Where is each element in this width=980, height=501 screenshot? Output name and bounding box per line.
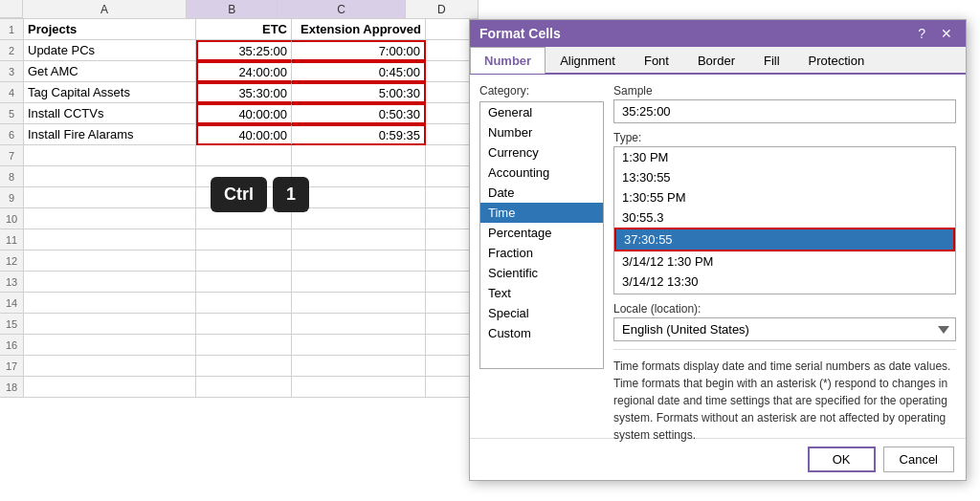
category-item-general[interactable]: General <box>480 102 603 122</box>
format-cells-dialog: Format Cells ? ✕ NumberAlignmentFontBord… <box>469 19 967 481</box>
cell-b[interactable] <box>196 250 292 272</box>
cell-b[interactable] <box>196 272 292 293</box>
category-item-special[interactable]: Special <box>480 303 603 323</box>
cell-1b[interactable]: ETC <box>196 19 292 40</box>
tab-protection[interactable]: Protection <box>794 47 880 74</box>
category-item-currency[interactable]: Currency <box>480 142 603 163</box>
type-item[interactable]: 30:55.3 <box>614 207 955 228</box>
tab-alignment[interactable]: Alignment <box>546 47 630 74</box>
cell-b[interactable] <box>196 145 292 166</box>
cell-b[interactable]: 24:00:00 <box>196 61 292 82</box>
type-item[interactable]: 37:30:55 <box>614 228 955 251</box>
cell-c[interactable] <box>292 187 426 208</box>
category-list[interactable]: GeneralNumberCurrencyAccountingDateTimeP… <box>479 101 604 369</box>
category-item-number[interactable]: Number <box>480 122 603 142</box>
type-item[interactable]: 13:30:55 <box>614 167 955 187</box>
cell-c[interactable]: 7:00:00 <box>292 40 426 61</box>
cell-c[interactable] <box>292 166 426 187</box>
category-item-time[interactable]: Time <box>480 203 603 223</box>
tab-fill[interactable]: Fill <box>749 47 794 74</box>
cell-a[interactable]: Install CCTVs <box>24 103 196 124</box>
cell-b[interactable]: 35:25:00 <box>196 40 292 61</box>
cell-a[interactable] <box>24 377 196 398</box>
col-header-b: B <box>187 0 278 18</box>
cell-c[interactable]: 0:59:35 <box>292 124 426 145</box>
locale-select[interactable]: English (United States) <box>613 317 956 341</box>
cell-c[interactable]: 0:45:00 <box>292 61 426 82</box>
cell-c[interactable] <box>292 208 426 229</box>
cell-b[interactable] <box>196 314 292 335</box>
cell-c[interactable] <box>292 250 426 272</box>
cell-b[interactable]: 40:00:00 <box>196 124 292 145</box>
cell-c[interactable] <box>292 377 426 398</box>
right-panel: Sample 35:25:00 Type: 1:30 PM13:30:551:3… <box>613 84 956 428</box>
table-row: 13 <box>0 272 479 293</box>
cell-a[interactable] <box>24 145 196 166</box>
cell-c[interactable] <box>292 145 426 166</box>
cell-a[interactable] <box>24 229 196 250</box>
cell-c[interactable] <box>292 356 426 377</box>
cell-b[interactable] <box>196 293 292 314</box>
cell-c[interactable] <box>292 293 426 314</box>
cell-a[interactable]: Tag Capital Assets <box>24 82 196 103</box>
category-item-date[interactable]: Date <box>480 183 603 203</box>
type-item[interactable]: 3/14/12 1:30 PM <box>614 251 955 272</box>
dialog-overlay: Format Cells ? ✕ NumberAlignmentFontBord… <box>469 0 980 501</box>
cell-a[interactable] <box>24 187 196 208</box>
cell-c[interactable] <box>292 314 426 335</box>
spreadsheet: A B C D 1 Projects ETC Extension Approve… <box>0 0 479 501</box>
cell-a[interactable] <box>24 272 196 293</box>
cancel-button[interactable]: Cancel <box>883 447 954 472</box>
cell-c[interactable] <box>292 229 426 250</box>
category-item-accounting[interactable]: Accounting <box>480 163 603 183</box>
category-section: Category: GeneralNumberCurrencyAccountin… <box>479 84 604 428</box>
cell-c[interactable]: 0:50:30 <box>292 103 426 124</box>
cell-a[interactable] <box>24 250 196 272</box>
ok-button[interactable]: OK <box>808 447 876 472</box>
dialog-help-button[interactable]: ? <box>914 26 929 41</box>
table-row: 18 <box>0 377 479 398</box>
cell-1a[interactable]: Projects <box>24 19 196 40</box>
table-row: 14 <box>0 293 479 314</box>
cell-a[interactable] <box>24 293 196 314</box>
cell-1c[interactable]: Extension Approved <box>292 19 426 40</box>
dialog-close-button[interactable]: ✕ <box>937 26 956 41</box>
dialog-title: Format Cells <box>479 26 561 41</box>
cell-b[interactable] <box>196 335 292 356</box>
cell-a[interactable] <box>24 208 196 229</box>
category-item-fraction[interactable]: Fraction <box>480 243 603 263</box>
cell-a[interactable] <box>24 314 196 335</box>
category-item-custom[interactable]: Custom <box>480 323 603 343</box>
tab-border[interactable]: Border <box>683 47 749 74</box>
tab-font[interactable]: Font <box>630 47 683 74</box>
type-item[interactable]: 1:30:55 PM <box>614 187 955 207</box>
type-list[interactable]: 1:30 PM13:30:551:30:55 PM30:55.337:30:55… <box>613 146 956 294</box>
tab-number[interactable]: Number <box>470 47 546 74</box>
ctrl-key: Ctrl <box>211 177 267 212</box>
category-item-scientific[interactable]: Scientific <box>480 263 603 283</box>
category-label: Category: <box>479 84 604 98</box>
cell-a[interactable] <box>24 356 196 377</box>
keyboard-shortcut: Ctrl 1 <box>211 177 309 212</box>
sample-section: Sample 35:25:00 <box>613 84 956 123</box>
cell-c[interactable] <box>292 335 426 356</box>
cell-c[interactable] <box>292 272 426 293</box>
cell-b[interactable]: 35:30:00 <box>196 82 292 103</box>
sample-label: Sample <box>613 84 956 98</box>
cell-a[interactable] <box>24 335 196 356</box>
cell-a[interactable] <box>24 166 196 187</box>
cell-a[interactable]: Update PCs <box>24 40 196 61</box>
cell-c[interactable]: 5:00:30 <box>292 82 426 103</box>
dialog-footer: OK Cancel <box>470 438 966 480</box>
cell-b[interactable]: 40:00:00 <box>196 103 292 124</box>
cell-a[interactable]: Get AMC <box>24 61 196 82</box>
type-item[interactable]: 3/14/12 13:30 <box>614 272 955 292</box>
cell-b[interactable] <box>196 377 292 398</box>
cell-a[interactable]: Install Fire Alarams <box>24 124 196 145</box>
type-item[interactable]: 1:30 PM <box>614 147 955 167</box>
table-row: 4 Tag Capital Assets 35:30:00 5:00:30 <box>0 82 479 103</box>
cell-b[interactable] <box>196 229 292 250</box>
category-item-percentage[interactable]: Percentage <box>480 223 603 243</box>
category-item-text[interactable]: Text <box>480 283 603 303</box>
cell-b[interactable] <box>196 356 292 377</box>
